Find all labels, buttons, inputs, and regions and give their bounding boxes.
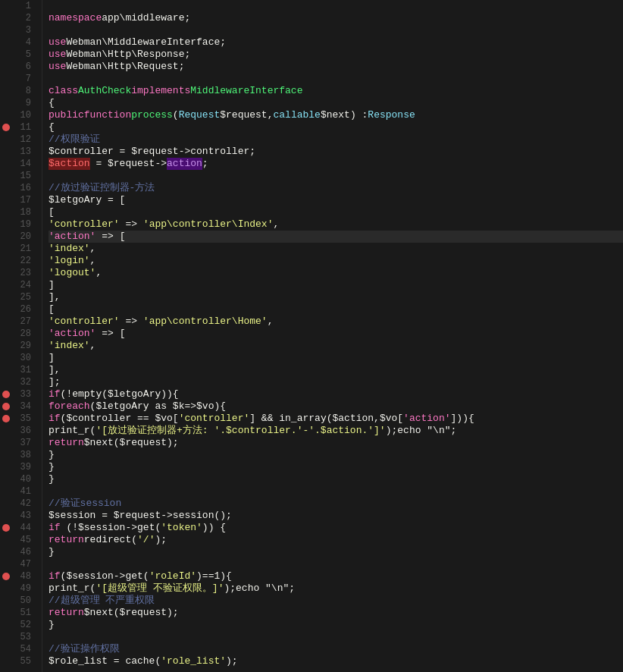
breakpoint-25[interactable] xyxy=(0,291,12,303)
breakpoint-49[interactable] xyxy=(0,583,12,595)
line-number-35: 35 xyxy=(12,413,36,425)
breakpoint-36[interactable] xyxy=(0,425,12,437)
breakpoint-10[interactable] xyxy=(0,109,12,121)
breakpoint-52[interactable] xyxy=(0,619,12,631)
breakpoint-30[interactable] xyxy=(0,352,12,364)
breakpoint-37[interactable] xyxy=(0,437,12,449)
code-line-50: //超级管理 不严重权限 xyxy=(49,595,623,607)
breakpoint-15[interactable] xyxy=(0,170,12,182)
line-number-5: 5 xyxy=(12,49,36,61)
code-line-47 xyxy=(49,558,623,570)
code-area: 1234567891011121314151617181920212223242… xyxy=(0,0,623,672)
breakpoint-29[interactable] xyxy=(0,340,12,352)
code-line-6: use Webman\Http\Request; xyxy=(49,61,623,73)
line-number-33: 33 xyxy=(12,388,36,400)
breakpoint-50[interactable] xyxy=(0,595,12,607)
line-number-14: 14 xyxy=(12,158,36,170)
breakpoint-41[interactable] xyxy=(0,485,12,498)
breakpoint-31[interactable] xyxy=(0,364,12,376)
breakpoint-22[interactable] xyxy=(0,255,12,267)
line-number-39: 39 xyxy=(12,461,36,473)
code-line-54: //验证操作权限 xyxy=(49,643,623,655)
breakpoint-dot xyxy=(2,524,10,532)
code-line-20: 'action' => [ xyxy=(49,231,623,243)
code-line-11: { xyxy=(49,121,623,133)
breakpoint-40[interactable] xyxy=(0,473,12,485)
breakpoint-13[interactable] xyxy=(0,146,12,158)
breakpoint-53[interactable] xyxy=(0,631,12,643)
breakpoint-28[interactable] xyxy=(0,328,12,340)
breakpoint-21[interactable] xyxy=(0,243,12,255)
breakpoint-23[interactable] xyxy=(0,267,12,279)
code-line-35: if($controller == $vo['controller'] && i… xyxy=(49,413,623,425)
code-line-42: //验证session xyxy=(49,498,623,510)
code-line-53 xyxy=(49,631,623,643)
code-line-3 xyxy=(49,24,623,36)
line-number-48: 48 xyxy=(12,570,36,583)
code-content: namespace app\middleware; use Webman\Mid… xyxy=(42,0,623,672)
line-number-29: 29 xyxy=(12,340,36,352)
breakpoint-26[interactable] xyxy=(0,303,12,316)
code-line-18: [ xyxy=(49,206,623,218)
code-line-44: if (!$session->get('token')) { xyxy=(49,522,623,534)
breakpoint-4[interactable] xyxy=(0,36,12,49)
line-numbers: 1234567891011121314151617181920212223242… xyxy=(12,0,42,672)
breakpoint-7[interactable] xyxy=(0,73,12,85)
breakpoint-34[interactable] xyxy=(0,400,12,413)
line-number-27: 27 xyxy=(12,316,36,328)
breakpoint-33[interactable] xyxy=(0,388,12,400)
code-line-38: } xyxy=(49,449,623,461)
breakpoint-51[interactable] xyxy=(0,607,12,619)
code-line-37: return $next($request); xyxy=(49,437,623,449)
breakpoint-19[interactable] xyxy=(0,218,12,231)
breakpoint-46[interactable] xyxy=(0,546,12,558)
code-line-32: ]; xyxy=(49,376,623,388)
line-number-38: 38 xyxy=(12,449,36,461)
breakpoint-44[interactable] xyxy=(0,522,12,534)
breakpoint-3[interactable] xyxy=(0,24,12,36)
line-number-53: 53 xyxy=(12,631,36,643)
line-number-54: 54 xyxy=(12,643,36,655)
breakpoint-24[interactable] xyxy=(0,279,12,291)
breakpoint-14[interactable] xyxy=(0,158,12,170)
breakpoint-27[interactable] xyxy=(0,316,12,328)
breakpoint-18[interactable] xyxy=(0,206,12,218)
breakpoint-11[interactable] xyxy=(0,121,12,133)
editor-container: 1234567891011121314151617181920212223242… xyxy=(0,0,623,672)
breakpoint-45[interactable] xyxy=(0,534,12,546)
code-line-41 xyxy=(49,485,623,498)
breakpoint-1[interactable] xyxy=(0,0,12,12)
breakpoint-9[interactable] xyxy=(0,97,12,109)
breakpoint-35[interactable] xyxy=(0,413,12,425)
code-line-28: 'action' => [ xyxy=(49,328,623,340)
code-line-21: 'index', xyxy=(49,243,623,255)
breakpoint-17[interactable] xyxy=(0,194,12,206)
breakpoint-5[interactable] xyxy=(0,49,12,61)
breakpoint-38[interactable] xyxy=(0,449,12,461)
breakpoint-48[interactable] xyxy=(0,570,12,583)
line-number-10: 10 xyxy=(12,109,36,121)
line-number-19: 19 xyxy=(12,218,36,231)
breakpoint-12[interactable] xyxy=(0,133,12,146)
code-line-5: use Webman\Http\Response; xyxy=(49,49,623,61)
line-number-7: 7 xyxy=(12,73,36,85)
line-number-42: 42 xyxy=(12,498,36,510)
breakpoint-2[interactable] xyxy=(0,12,12,24)
breakpoint-8[interactable] xyxy=(0,85,12,97)
breakpoint-39[interactable] xyxy=(0,461,12,473)
breakpoint-6[interactable] xyxy=(0,61,12,73)
breakpoint-16[interactable] xyxy=(0,182,12,194)
line-number-15: 15 xyxy=(12,170,36,182)
breakpoint-20[interactable] xyxy=(0,231,12,243)
breakpoint-43[interactable] xyxy=(0,510,12,522)
line-number-47: 47 xyxy=(12,558,36,570)
code-line-13: $controller = $request->controller; xyxy=(49,146,623,158)
line-number-50: 50 xyxy=(12,595,36,607)
code-line-31: ], xyxy=(49,364,623,376)
line-number-30: 30 xyxy=(12,352,36,364)
breakpoint-54[interactable] xyxy=(0,643,12,655)
breakpoint-47[interactable] xyxy=(0,558,12,570)
breakpoint-32[interactable] xyxy=(0,376,12,388)
breakpoint-42[interactable] xyxy=(0,498,12,510)
breakpoint-55[interactable] xyxy=(0,655,12,667)
